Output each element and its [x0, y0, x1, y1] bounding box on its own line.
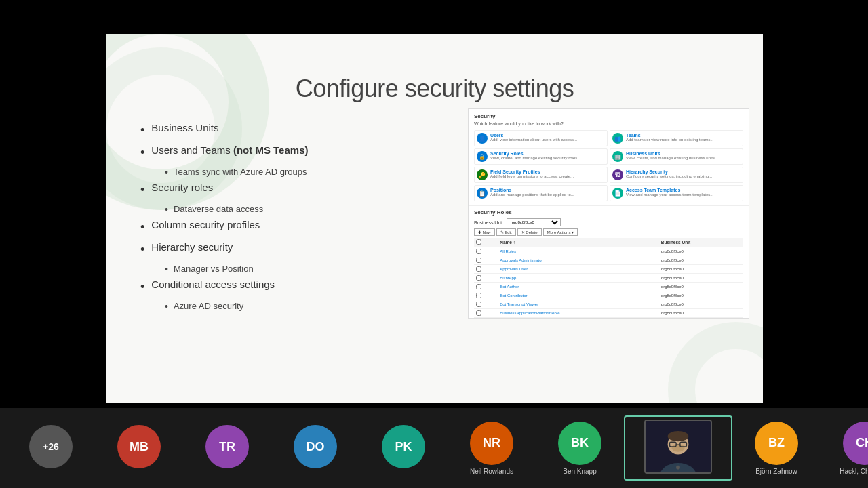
teams-icon: 👥: [612, 133, 623, 144]
users-icon: 👤: [477, 133, 488, 144]
bz-avatar: BZ: [755, 422, 798, 465]
col-bu: Business Unit: [659, 238, 743, 247]
row-bu: org8c0f8ce0: [659, 256, 743, 265]
bullet-dot: •: [140, 183, 144, 197]
bullet-2-sub-1: • Teams sync with Azure AD groups: [165, 167, 452, 178]
pk-avatar: PK: [382, 425, 425, 468]
table-row: BusinessApplicationPlatformRole org8c0f8…: [474, 309, 743, 318]
bullet-3-sub-1: • Dataverse data access: [165, 204, 452, 215]
participant-do: DO: [271, 425, 359, 471]
roles-filter-row: Business Unit: org8c0f8ce0: [474, 218, 743, 226]
sub-dot: •: [165, 264, 168, 274]
sec-item-users: 👤 Users Add, view information about user…: [474, 130, 608, 146]
nr-name: Neil Rowlands: [470, 468, 513, 475]
cam-avatar: [644, 420, 712, 474]
hierarchy-icon: 🏗: [612, 169, 623, 180]
participant-more: +26: [7, 425, 95, 471]
deco-circle-3: [668, 322, 763, 403]
participant-tr: TR: [183, 425, 271, 471]
row-name: Bot Author: [498, 283, 659, 291]
row-bu: org8c0f8ce0: [659, 265, 743, 274]
row-checkbox: [474, 274, 498, 283]
positions-icon: 📋: [477, 188, 488, 199]
table-row: BizMApp org8c0f8ce0: [474, 274, 743, 283]
table-row: CCI admin org8c0f8ce0: [474, 318, 743, 319]
svg-point-4: [671, 444, 684, 452]
security-feature-panel: Security Which feature would you like to…: [469, 109, 749, 205]
row-bu: org8c0f8ce0: [659, 291, 743, 300]
bullet-1: • Business Units: [140, 122, 452, 138]
sec-item-access-templates: 📄 Access Team Templates View and manage …: [610, 185, 743, 201]
bullet-3: • Security roles: [140, 182, 452, 197]
bullet-5-sub-1: • Manager vs Position: [165, 264, 452, 274]
participant-bar: +26 MB TR DO PK NR Neil Rowlands BK Ben …: [0, 408, 868, 488]
sec-item-business-units: 🏢 Business Units View, create, and manag…: [610, 148, 743, 165]
bu-label: Business Unit:: [474, 220, 505, 225]
edit-button[interactable]: ✎ Edit: [496, 228, 516, 236]
row-name: BizMApp: [498, 274, 659, 283]
new-button[interactable]: ✚ New: [474, 228, 495, 236]
security-panel-subtitle: Which feature would you like to work wit…: [474, 121, 743, 126]
bullet-2: • Users and Teams (not MS Teams): [140, 144, 452, 160]
bullet-6: • Conditional access settings: [140, 279, 452, 294]
bk-name: Ben Knapp: [563, 468, 597, 475]
roles-table: Name ↑ Business Unit All Roles org8c0f8c…: [474, 238, 743, 319]
business-units-icon: 🏢: [612, 151, 623, 162]
more-avatar: +26: [29, 425, 73, 468]
row-checkbox: [474, 309, 498, 318]
roles-panel: Security Roles Business Unit: org8c0f8ce…: [469, 205, 749, 319]
mb-avatar: MB: [117, 425, 161, 468]
bullet-2-text: Users and Teams (not MS Teams): [151, 144, 308, 156]
row-checkbox: [474, 300, 498, 309]
sub-dot: •: [165, 204, 168, 215]
table-row: Approvals User org8c0f8ce0: [474, 265, 743, 274]
participant-bk: BK Ben Knapp: [536, 422, 624, 475]
row-name: Bot Contributor: [498, 291, 659, 300]
field-security-icon: 🔑: [477, 169, 488, 180]
bullet-dot: •: [140, 146, 144, 160]
slide-bullets: • Business Units • Users and Teams (not …: [140, 122, 452, 316]
presentation-slide: Configure security settings • Business U…: [106, 34, 763, 403]
table-row: Bot Contributor org8c0f8ce0: [474, 291, 743, 300]
bu-select[interactable]: org8c0f8ce0: [507, 218, 561, 226]
participant-ch: CH Hackl, Christoph: [821, 422, 868, 475]
row-name: BusinessApplicationPlatformRole: [498, 309, 659, 318]
row-bu: org8c0f8ce0: [659, 274, 743, 283]
row-name: All Roles: [498, 247, 659, 256]
sec-item-field-security: 🔑 Field Security Profiles Add field leve…: [474, 167, 608, 183]
delete-button[interactable]: ✕ Delete: [517, 228, 542, 236]
roles-toolbar: ✚ New ✎ Edit ✕ Delete More Actions ▾: [474, 228, 743, 236]
row-checkbox: [474, 283, 498, 291]
sec-item-security-roles: 🔒 Security Roles View, create, and manag…: [474, 148, 608, 165]
bullet-6-sub-1: • Azure AD security: [165, 301, 452, 312]
screenshot-panel: Security Which feature would you like to…: [468, 108, 749, 319]
bullet-1-text: Business Units: [151, 122, 218, 134]
row-name: Approvals Administrator: [498, 256, 659, 265]
bz-name: Björn Zahnow: [755, 468, 797, 475]
svg-point-3: [668, 431, 689, 441]
col-checkbox: [474, 238, 498, 247]
table-row: Approvals Administrator org8c0f8ce0: [474, 256, 743, 265]
ch-avatar: CH: [843, 422, 868, 465]
sec-item-positions: 📋 Positions Add and manage positions tha…: [474, 185, 608, 201]
roles-title: Security Roles: [474, 209, 743, 216]
bullet-dot: •: [140, 123, 144, 138]
table-row: Bot Author org8c0f8ce0: [474, 283, 743, 291]
row-checkbox: [474, 318, 498, 319]
bullet-dot: •: [140, 220, 144, 235]
security-items-grid: 👤 Users Add, view information about user…: [474, 130, 743, 201]
slide-title: Configure security settings: [106, 75, 763, 103]
participant-pk: PK: [359, 425, 448, 471]
row-checkbox: [474, 265, 498, 274]
more-actions-button[interactable]: More Actions ▾: [543, 228, 578, 236]
participant-active-speaker: [624, 415, 732, 481]
sec-item-hierarchy: 🏗 Hierarchy Security Configure security …: [610, 167, 743, 183]
col-name: Name ↑: [498, 238, 659, 247]
bullet-dot: •: [140, 280, 144, 294]
row-name: CCI admin: [498, 318, 659, 319]
row-bu: org8c0f8ce0: [659, 309, 743, 318]
do-avatar: DO: [294, 425, 337, 468]
bullet-5: • Hierarchy security: [140, 241, 452, 257]
participant-mb: MB: [95, 425, 183, 471]
sub-dot: •: [165, 301, 168, 312]
